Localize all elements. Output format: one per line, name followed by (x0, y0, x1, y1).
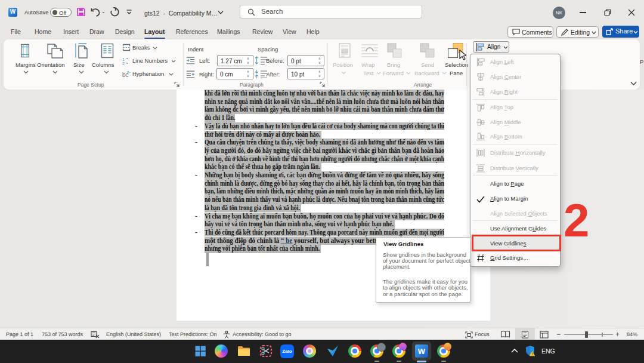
svg-text:2: 2 (122, 61, 125, 65)
svg-text:a-: a- (127, 69, 131, 75)
